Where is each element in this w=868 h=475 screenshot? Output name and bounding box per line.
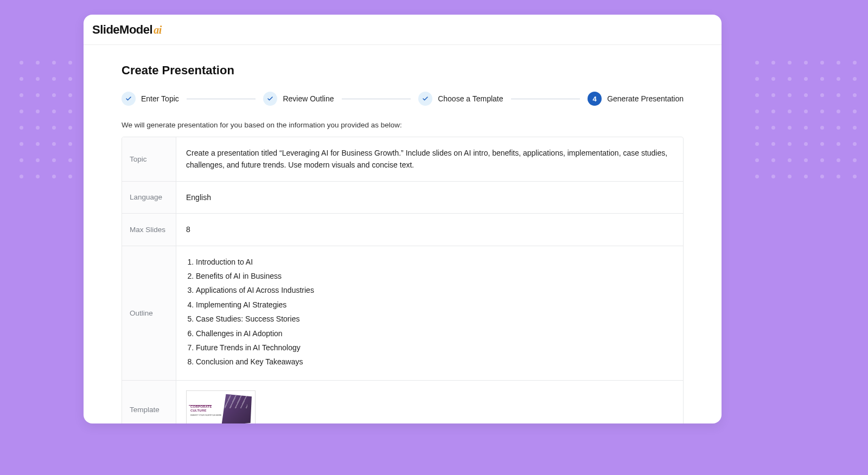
- step-label: Choose a Template: [438, 94, 503, 103]
- logo: SlideModelai: [92, 23, 162, 37]
- row-value-topic: Create a presentation titled “Leveraging…: [176, 137, 683, 181]
- outline-item: Benefits of AI in Business: [196, 270, 673, 282]
- topbar: SlideModelai: [84, 15, 722, 45]
- content: Create Presentation Enter Topic Review O…: [84, 45, 722, 423]
- check-icon: [263, 92, 277, 106]
- template-shape-icon: [220, 394, 252, 423]
- row-label-template: Template: [122, 381, 176, 423]
- step-label: Review Outline: [283, 94, 334, 103]
- template-thumb-subtitle: INSERT YOUR SUBTITLE HERE: [190, 414, 221, 417]
- row-value-template: CORPORATE CULTURE INSERT YOUR SUBTITLE H…: [176, 381, 683, 423]
- check-icon: [418, 92, 432, 106]
- row-outline: Outline Introduction to AIBenefits of AI…: [122, 246, 683, 381]
- step-enter-topic[interactable]: Enter Topic: [122, 92, 179, 106]
- outline-item: Introduction to AI: [196, 256, 673, 268]
- row-label-maxslides: Max Slides: [122, 214, 176, 245]
- step-connector: [511, 99, 580, 99]
- outline-item: Applications of AI Across Industries: [196, 284, 673, 296]
- row-value-maxslides: 8: [176, 214, 683, 245]
- step-number-icon: 4: [588, 92, 602, 106]
- row-topic: Topic Create a presentation titled “Leve…: [122, 137, 683, 182]
- stepper: Enter Topic Review Outline Choose a Temp…: [122, 92, 684, 106]
- step-choose-template[interactable]: Choose a Template: [418, 92, 503, 106]
- step-label: Enter Topic: [141, 94, 179, 103]
- outline-item: Future Trends in AI Technology: [196, 342, 673, 354]
- check-icon: [122, 92, 136, 106]
- step-generate-presentation[interactable]: 4 Generate Presentation: [588, 92, 684, 106]
- logo-main: SlideModel: [92, 23, 152, 36]
- outline-item: Implementing AI Strategies: [196, 299, 673, 311]
- thumb-title-l1: CORPORATE: [190, 405, 212, 408]
- decorative-dots-right: [755, 61, 868, 179]
- logo-suffix: ai: [154, 24, 162, 36]
- row-language: Language English: [122, 182, 683, 214]
- step-connector: [187, 99, 256, 99]
- outline-item: Conclusion and Key Takeaways: [196, 356, 673, 368]
- row-template: Template CORPORATE CULTURE INSERT YOUR S…: [122, 381, 683, 423]
- step-label: Generate Presentation: [607, 94, 684, 103]
- row-value-outline: Introduction to AIBenefits of AI in Busi…: [176, 246, 683, 380]
- intro-text: We will generate presentation for you ba…: [122, 121, 684, 129]
- outline-item: Case Studies: Success Stories: [196, 313, 673, 325]
- row-label-topic: Topic: [122, 137, 176, 181]
- row-label-language: Language: [122, 182, 176, 213]
- step-review-outline[interactable]: Review Outline: [263, 92, 334, 106]
- row-value-language: English: [176, 182, 683, 213]
- row-label-outline: Outline: [122, 246, 176, 380]
- template-thumbnail[interactable]: CORPORATE CULTURE INSERT YOUR SUBTITLE H…: [186, 390, 256, 423]
- row-maxslides: Max Slides 8: [122, 214, 683, 246]
- app-panel: SlideModelai Create Presentation Enter T…: [84, 15, 722, 423]
- page-title: Create Presentation: [122, 63, 684, 78]
- summary-table: Topic Create a presentation titled “Leve…: [122, 137, 684, 423]
- thumb-title-l2: CULTURE: [190, 409, 207, 412]
- step-connector: [342, 99, 411, 99]
- template-thumb-title: CORPORATE CULTURE: [190, 405, 212, 413]
- outline-item: Challenges in AI Adoption: [196, 328, 673, 339]
